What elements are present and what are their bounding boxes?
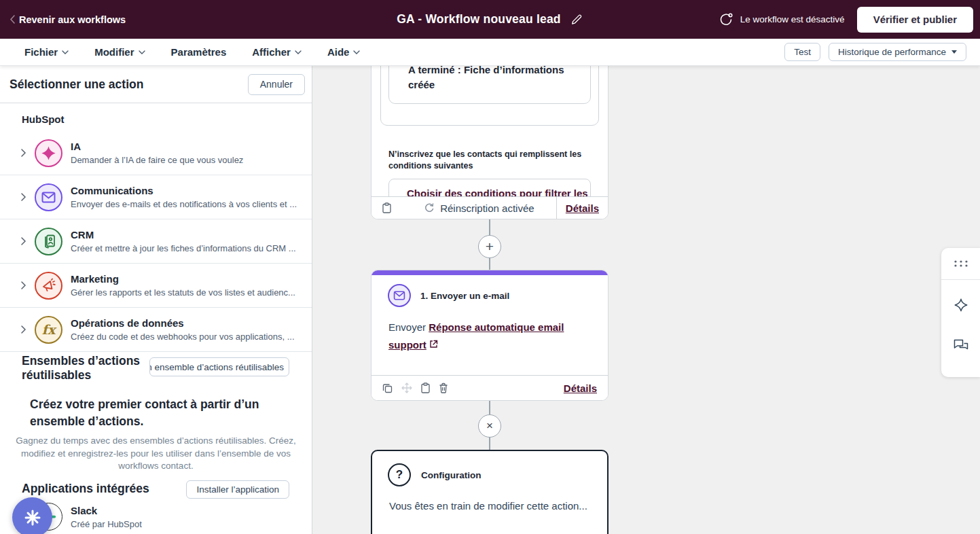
chevron-left-icon — [10, 15, 15, 24]
comments-button[interactable] — [941, 330, 980, 374]
chevron-right-icon — [20, 236, 26, 246]
create-action-set-button[interactable]: r un ensemble d’actions réutilisables — [149, 357, 289, 376]
canvas-side-toolbar — [941, 248, 980, 377]
email-icon — [388, 284, 411, 307]
workflow-canvas: A terminé : Fiche d’informations créée N… — [312, 66, 980, 534]
trigger-card-footer: Réinscription activée Détails — [371, 196, 608, 219]
app-title: Slack — [71, 505, 142, 516]
workflow-status-text: Le workflow est désactivé — [740, 14, 845, 24]
configuration-title: Configuration — [421, 470, 481, 480]
configuration-card[interactable]: ? Configuration Vous êtes en train de mo… — [371, 450, 609, 534]
fx-function-icon: fx — [35, 316, 62, 344]
action-desc: Demander à l’IA de faire ce que vous vou… — [71, 155, 243, 165]
action-desc: Créer et mettre à jour les fiches d’info… — [71, 243, 296, 253]
reenrollment-status: Réinscription activée — [402, 197, 556, 219]
action-title: Marketing — [71, 273, 295, 285]
asterisk-burst-icon — [24, 509, 41, 527]
action-title: Communications — [71, 185, 297, 196]
chevron-right-icon — [20, 148, 26, 158]
menu-afficher[interactable]: Afficher — [252, 46, 302, 58]
panel-title: Sélectionner une action — [10, 77, 143, 92]
clipboard-icon[interactable] — [421, 382, 430, 393]
install-app-button[interactable]: Installer l’application — [186, 480, 289, 499]
email-card-footer: Détails — [371, 375, 608, 400]
connector-line — [489, 438, 490, 450]
copilot-fab-button[interactable] — [12, 497, 52, 534]
trash-icon[interactable] — [439, 382, 448, 393]
envelope-icon — [35, 183, 62, 211]
workflow-title: GA - Workflow nouveau lead — [397, 12, 560, 26]
refresh-icon — [424, 202, 435, 213]
minimap-grid-button[interactable] — [941, 248, 980, 280]
menu-modifier[interactable]: Modifier — [94, 46, 145, 58]
action-title: IA — [71, 141, 243, 152]
action-category-ia[interactable]: IA Demander à l’IA de faire ce que vous … — [0, 131, 312, 175]
chevron-right-icon — [20, 281, 26, 290]
configuration-body: Vous êtes en train de modifier cette act… — [372, 486, 607, 512]
email-action-card[interactable]: 1. Envoyer un e-mail Envoyer Réponse aut… — [371, 270, 609, 401]
email-action-title: 1. Envoyer un e-mail — [420, 291, 509, 301]
chevron-down-icon — [295, 50, 302, 54]
remove-node[interactable]: × — [478, 414, 501, 438]
dots-grid-icon — [954, 260, 968, 268]
action-title: Opérations de données — [71, 317, 295, 329]
megaphone-icon — [35, 272, 62, 300]
ai-assistant-button[interactable] — [941, 280, 980, 330]
action-category-marketing[interactable]: Marketing Gérer les rapports et les stat… — [0, 264, 312, 308]
chevron-right-icon — [20, 325, 26, 334]
workflow-disabled-icon — [719, 12, 733, 27]
test-button[interactable]: Test — [784, 43, 820, 61]
trigger-group-box: A terminé : Fiche d’informations créée — [380, 66, 599, 126]
back-to-workflows-link[interactable]: Revenir aux workflows — [10, 14, 126, 25]
workflow-status: Le workflow est désactivé — [719, 12, 845, 27]
action-category-data-ops[interactable]: fx Opérations de données Créez du code e… — [0, 308, 312, 352]
crm-contact-card-icon — [35, 228, 62, 255]
connector-line — [489, 258, 490, 270]
sparkle-outline-icon — [954, 298, 968, 313]
enrollment-condition-label: N’inscrivez que les contacts qui remplis… — [388, 149, 589, 171]
chevron-right-icon — [20, 192, 26, 202]
edit-pencil-icon[interactable] — [570, 13, 583, 26]
verify-publish-button[interactable]: Vérifier et publier — [857, 7, 973, 33]
integrated-apps-title: Applications intégrées — [22, 482, 149, 496]
connector-line — [489, 219, 490, 235]
clipboard-icon[interactable] — [382, 202, 391, 213]
hubspot-section-title: HubSpot — [22, 113, 312, 125]
action-category-crm[interactable]: CRM Créer et mettre à jour les fiches d’… — [0, 219, 312, 264]
performance-history-button[interactable]: Historique de performance — [829, 43, 966, 61]
top-bar: Revenir aux workflows GA - Workflow nouv… — [0, 0, 980, 39]
trigger-event-box[interactable]: A terminé : Fiche d’informations créée — [388, 66, 591, 104]
add-action-node[interactable]: + — [478, 235, 501, 258]
trigger-card[interactable]: A terminé : Fiche d’informations créée N… — [371, 66, 609, 219]
back-label: Revenir aux workflows — [19, 14, 126, 25]
trigger-title: A terminé : Fiche d’informations créée — [408, 66, 564, 90]
action-sets-empty-desc: Gagnez du temps avec des ensembles d’act… — [15, 435, 297, 473]
trigger-details-link[interactable]: Détails — [566, 202, 599, 214]
caret-down-icon — [951, 50, 957, 54]
action-title: CRM — [71, 229, 296, 241]
action-sets-title: Ensembles d’actions réutilisables — [22, 354, 147, 382]
card-accent-bar — [371, 270, 608, 275]
action-desc: Gérer les rapports et les statuts de vos… — [71, 287, 295, 298]
chevron-down-icon — [139, 50, 145, 54]
ai-sparkle-icon — [35, 139, 62, 167]
menu-fichier[interactable]: Fichier — [24, 46, 69, 58]
connector-line — [489, 401, 490, 414]
action-category-communications[interactable]: Communications Envoyer des e-mails et de… — [0, 175, 312, 219]
move-icon[interactable] — [401, 382, 412, 393]
chevron-down-icon — [353, 50, 360, 54]
menu-bar: Fichier Modifier Paramètres Afficher Aid… — [0, 39, 980, 66]
email-details-link[interactable]: Détails — [564, 382, 597, 394]
action-sets-empty-title: Créez votre premier contact à partir d’u… — [30, 396, 264, 430]
chevron-down-icon — [62, 50, 69, 54]
menu-parametres[interactable]: Paramètres — [171, 46, 227, 58]
cancel-button[interactable]: Annuler — [248, 74, 305, 95]
question-mark-icon: ? — [388, 463, 411, 486]
action-desc: Envoyer des e-mails et des notifications… — [71, 199, 297, 209]
action-panel: Sélectionner une action Annuler HubSpot … — [0, 66, 312, 534]
app-byline: Créé par HubSpot — [71, 519, 142, 529]
duplicate-icon[interactable] — [382, 383, 393, 393]
external-link-icon — [429, 340, 438, 349]
menu-aide[interactable]: Aide — [327, 46, 361, 58]
email-action-body: Envoyer Réponse automatique email suppor… — [371, 307, 596, 354]
